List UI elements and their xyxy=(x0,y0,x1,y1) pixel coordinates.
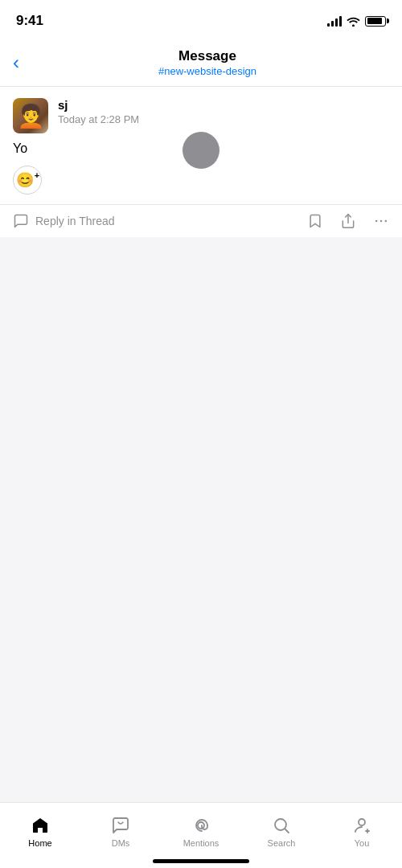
battery-icon xyxy=(365,16,386,27)
nav-item-mentions[interactable]: Mentions xyxy=(161,803,241,854)
nav-item-search[interactable]: Search xyxy=(241,803,322,854)
action-icons xyxy=(307,213,389,229)
search-icon xyxy=(272,816,291,835)
content-area: sj Today at 2:28 PM Yo 😊 + Reply in Thre… xyxy=(0,87,402,802)
svg-point-6 xyxy=(359,819,365,825)
bottom-nav: Home DMs Mentions Search You xyxy=(0,802,402,868)
bookmark-button[interactable] xyxy=(307,213,323,229)
status-icons xyxy=(327,15,386,27)
nav-label-search: Search xyxy=(268,838,296,848)
avatar xyxy=(13,98,48,133)
header: ‹ Message #new-website-design xyxy=(0,39,402,87)
header-subtitle[interactable]: #new-website-design xyxy=(26,65,389,77)
dms-icon xyxy=(111,816,130,835)
message-actions: Reply in Thread xyxy=(0,204,402,237)
home-indicator xyxy=(153,859,249,863)
nav-label-mentions: Mentions xyxy=(183,838,219,848)
you-icon xyxy=(352,816,371,835)
svg-point-2 xyxy=(385,220,388,223)
svg-point-1 xyxy=(380,220,383,223)
reply-in-thread-button[interactable]: Reply in Thread xyxy=(13,213,307,229)
more-icon xyxy=(373,213,389,229)
nav-label-you: You xyxy=(355,838,370,848)
sender-name: sj xyxy=(58,98,389,112)
status-bar: 9:41 xyxy=(0,0,402,39)
status-time: 9:41 xyxy=(16,13,43,29)
message-time: Today at 2:28 PM xyxy=(58,113,139,125)
emoji-add-icon: 😊 xyxy=(16,171,34,189)
signal-icon xyxy=(327,15,342,27)
svg-point-4 xyxy=(198,822,204,829)
share-icon xyxy=(339,213,357,229)
mentions-icon xyxy=(191,816,211,835)
wifi-icon xyxy=(347,16,360,27)
svg-point-3 xyxy=(375,220,378,223)
message-meta: sj Today at 2:28 PM xyxy=(58,98,389,126)
nav-label-home: Home xyxy=(28,838,51,848)
reply-thread-label: Reply in Thread xyxy=(35,215,115,227)
nav-label-dms: DMs xyxy=(112,838,130,848)
home-icon xyxy=(31,816,50,835)
bookmark-icon xyxy=(307,213,323,229)
header-title: Message xyxy=(26,48,389,64)
drag-handle[interactable] xyxy=(183,132,219,169)
emoji-add-button[interactable]: 😊 + xyxy=(13,166,42,194)
header-center: Message #new-website-design xyxy=(26,48,389,77)
nav-item-you[interactable]: You xyxy=(322,803,402,854)
back-button[interactable]: ‹ xyxy=(13,50,26,76)
share-button[interactable] xyxy=(339,213,357,229)
nav-item-home[interactable]: Home xyxy=(0,803,80,854)
more-button[interactable] xyxy=(373,213,389,229)
nav-item-dms[interactable]: DMs xyxy=(80,803,161,854)
reply-thread-icon xyxy=(13,213,29,229)
message-header: sj Today at 2:28 PM xyxy=(13,98,389,133)
